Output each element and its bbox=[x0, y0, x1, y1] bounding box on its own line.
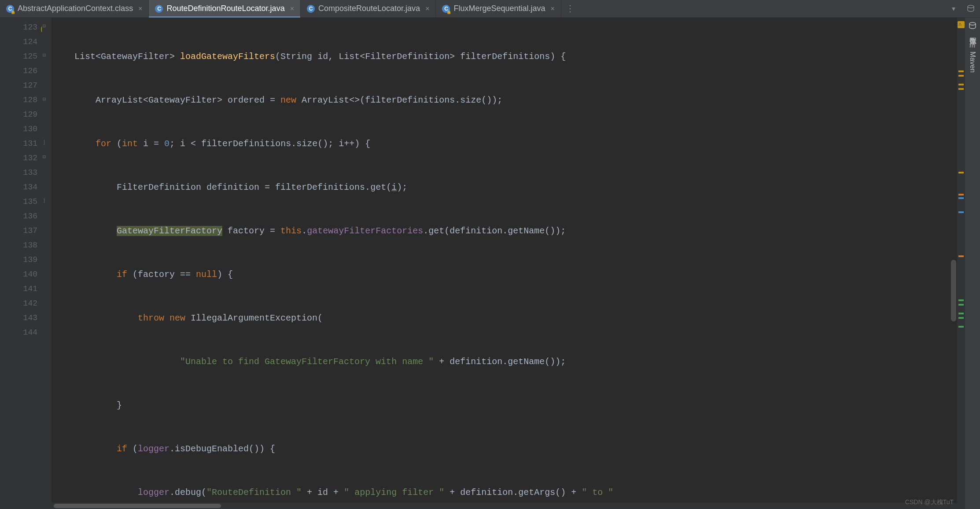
tab-overflow-indicator[interactable]: ⋮ bbox=[561, 0, 579, 17]
fold-icon[interactable]: ⊟ bbox=[43, 23, 46, 30]
mark-highlight[interactable] bbox=[958, 255, 964, 257]
line-number: 124 bbox=[0, 35, 37, 49]
close-icon[interactable]: × bbox=[425, 5, 429, 13]
mark-warning[interactable] bbox=[958, 70, 964, 72]
mark-info[interactable] bbox=[958, 211, 964, 213]
mark-ok[interactable] bbox=[958, 313, 964, 314]
tab-label: CompositeRouteLocator.java bbox=[318, 4, 420, 13]
tab-route-definition-route-locator[interactable]: C RouteDefinitionRouteLocator.java × bbox=[149, 0, 301, 17]
fold-icon[interactable]: ⊟ bbox=[43, 154, 46, 160]
line-number: 142 bbox=[0, 296, 37, 311]
tab-label: FluxMergeSequential.java bbox=[453, 4, 545, 13]
code-editor[interactable]: List<GatewayFilter> loadGatewayFilters(S… bbox=[52, 18, 957, 509]
line-number: 135 bbox=[0, 195, 37, 209]
code-line: } bbox=[53, 398, 957, 413]
fold-gutter[interactable]: ⊟ ⊟ ⊟ ⌋ ⊟ ⌋ bbox=[42, 18, 52, 509]
mark-warning[interactable] bbox=[958, 172, 964, 173]
line-number: 131 bbox=[0, 136, 37, 151]
mark-highlight[interactable] bbox=[958, 194, 964, 195]
code-line: ArrayList<GatewayFilter> ordered = new A… bbox=[53, 93, 957, 107]
line-number: 126 bbox=[0, 64, 37, 78]
svg-point-0 bbox=[968, 5, 974, 8]
mark-ok[interactable] bbox=[958, 304, 964, 306]
line-number: 134 bbox=[0, 180, 37, 195]
class-icon: C bbox=[307, 5, 315, 13]
marks-column[interactable] bbox=[957, 18, 965, 509]
fold-icon[interactable]: ⊟ bbox=[43, 96, 46, 103]
mark-warning[interactable] bbox=[958, 84, 964, 85]
maven-icon: m bbox=[969, 41, 976, 50]
line-number: 128 bbox=[0, 93, 37, 107]
warning-icon[interactable] bbox=[958, 21, 965, 28]
fold-close-icon[interactable]: ⌋ bbox=[43, 197, 46, 204]
line-number: 132 bbox=[0, 151, 37, 166]
line-number: 127 bbox=[0, 78, 37, 93]
code-line: throw new IllegalArgumentException( bbox=[53, 311, 957, 325]
line-number: 129 bbox=[0, 107, 37, 122]
code-line: if (factory == null) { bbox=[53, 267, 957, 282]
editor-area: 123@ 124 125 126 127 128 129 130 131 132… bbox=[0, 18, 980, 509]
line-number: 143 bbox=[0, 311, 37, 325]
tab-label: RouteDefinitionRouteLocator.java bbox=[166, 4, 284, 13]
line-number: 140 bbox=[0, 267, 37, 282]
gutter[interactable]: 123@ 124 125 126 127 128 129 130 131 132… bbox=[0, 18, 42, 509]
class-icon: C bbox=[155, 5, 163, 13]
vertical-scrollbar-thumb[interactable] bbox=[951, 260, 956, 321]
line-number: 144 bbox=[0, 325, 37, 340]
tab-composite-route-locator[interactable]: C CompositeRouteLocator.java × bbox=[301, 0, 436, 17]
close-icon[interactable]: × bbox=[138, 5, 142, 13]
mark-ok[interactable] bbox=[958, 317, 964, 319]
tab-bar: C AbstractApplicationContext.class × C R… bbox=[0, 0, 980, 18]
code-line: List<GatewayFilter> loadGatewayFilters(S… bbox=[53, 49, 957, 64]
database-tool-icon[interactable] bbox=[962, 0, 980, 17]
database-icon bbox=[969, 22, 976, 30]
horizontal-scrollbar[interactable] bbox=[52, 503, 957, 509]
line-number: 130 bbox=[0, 122, 37, 136]
line-number: 138 bbox=[0, 238, 37, 253]
tab-dropdown[interactable]: ▾ bbox=[946, 0, 962, 17]
mark-ok[interactable] bbox=[958, 326, 964, 328]
line-number: 136 bbox=[0, 209, 37, 224]
class-icon: C bbox=[6, 5, 14, 13]
line-number: 141 bbox=[0, 282, 37, 296]
watermark: CSDN @大槐TuT bbox=[905, 498, 954, 506]
maven-tool-button[interactable]: m Maven bbox=[969, 41, 976, 73]
mark-ok[interactable] bbox=[958, 299, 964, 301]
scrollbar-thumb[interactable] bbox=[54, 504, 221, 508]
tab-label: AbstractApplicationContext.class bbox=[18, 4, 133, 13]
class-icon: C bbox=[442, 5, 450, 13]
line-number: 123@ bbox=[0, 20, 37, 35]
svg-point-1 bbox=[969, 22, 976, 25]
tab-flux-merge-sequential[interactable]: C FluxMergeSequential.java × bbox=[436, 0, 561, 17]
close-icon[interactable]: × bbox=[551, 5, 555, 13]
code-line: FilterDefinition definition = filterDefi… bbox=[53, 180, 957, 195]
code-line: logger.debug("RouteDefinition " + id + "… bbox=[53, 485, 957, 500]
code-line: "Unable to find GatewayFilterFactory wit… bbox=[53, 354, 957, 369]
line-number: 125 bbox=[0, 49, 37, 64]
close-icon[interactable]: × bbox=[290, 5, 294, 13]
tab-abstract-application-context[interactable]: C AbstractApplicationContext.class × bbox=[0, 0, 149, 17]
fold-icon[interactable]: ⊟ bbox=[43, 52, 46, 59]
database-tool-button[interactable]: 数据库 bbox=[968, 22, 977, 32]
mark-warning[interactable] bbox=[958, 75, 964, 77]
mark-info[interactable] bbox=[958, 197, 964, 199]
right-sidebar: 数据库 m Maven bbox=[965, 18, 980, 509]
code-line: if (logger.isDebugEnabled()) { bbox=[53, 442, 957, 456]
code-line: GatewayFilterFactory factory = this.gate… bbox=[53, 224, 957, 238]
line-number: 137 bbox=[0, 224, 37, 238]
code-line: for (int i = 0; i < filterDefinitions.si… bbox=[53, 136, 957, 151]
line-number: 133 bbox=[0, 166, 37, 180]
line-number: 139 bbox=[0, 253, 37, 267]
fold-close-icon[interactable]: ⌋ bbox=[43, 139, 46, 146]
mark-warning[interactable] bbox=[958, 88, 964, 90]
